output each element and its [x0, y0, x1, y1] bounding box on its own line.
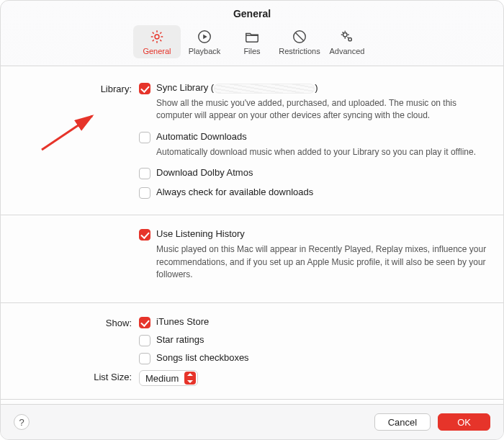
- ok-button[interactable]: OK: [438, 413, 490, 431]
- auto-downloads-desc: Automatically download music when added …: [156, 146, 487, 158]
- folder-icon: [244, 29, 260, 45]
- auto-downloads-row: Automatic Downloads: [139, 131, 487, 143]
- preferences-window: General General Playback Files Restricti…: [0, 0, 504, 440]
- dolby-row: Download Dolby Atmos: [139, 167, 487, 179]
- svg-point-0: [155, 35, 159, 39]
- sync-library-label: Sync Library (): [156, 82, 318, 94]
- auto-downloads-label: Automatic Downloads: [156, 131, 247, 142]
- gear-icon: [149, 29, 165, 45]
- listening-history-label: Use Listening History: [156, 228, 245, 239]
- divider: [1, 399, 503, 400]
- check-downloads-row: Always check for available downloads: [139, 187, 487, 199]
- list-size-select[interactable]: Medium: [139, 370, 198, 386]
- list-size-label: List Size:: [17, 370, 139, 386]
- tab-files[interactable]: Files: [228, 25, 276, 58]
- show-itunes-label: iTunes Store: [156, 316, 209, 327]
- cancel-button[interactable]: Cancel: [374, 413, 431, 431]
- check-downloads-label: Always check for available downloads: [156, 187, 313, 197]
- dolby-checkbox[interactable]: [139, 168, 150, 179]
- help-icon: ?: [19, 417, 24, 428]
- listening-history-section: Use Listening History Music played on th…: [17, 223, 487, 295]
- help-button[interactable]: ?: [14, 414, 30, 430]
- account-redacted: [214, 84, 315, 94]
- general-pane: Library: Sync Library () Show all the mu…: [1, 66, 503, 404]
- sync-library-desc: Show all the music you've added, purchas…: [156, 97, 487, 122]
- tab-label: Playback: [189, 47, 221, 55]
- show-songs-checkboxes-row: Songs list checkboxes: [139, 352, 487, 364]
- play-circle-icon: [197, 29, 212, 45]
- sync-library-row: Sync Library (): [139, 82, 487, 94]
- footer: ? Cancel OK: [1, 404, 503, 439]
- gears-icon: [339, 29, 355, 45]
- sync-library-checkbox[interactable]: [139, 83, 150, 94]
- sync-library-title: Sync Library (: [156, 82, 214, 93]
- tab-label: General: [143, 47, 171, 55]
- tab-playback[interactable]: Playback: [181, 25, 228, 58]
- check-downloads-checkbox[interactable]: [139, 187, 150, 199]
- tab-restrictions[interactable]: Restrictions: [276, 25, 323, 58]
- auto-downloads-checkbox[interactable]: [139, 132, 150, 143]
- dolby-label: Download Dolby Atmos: [156, 167, 253, 178]
- cancel-label: Cancel: [388, 417, 417, 428]
- listening-history-row: Use Listening History: [139, 228, 487, 241]
- svg-point-3: [343, 33, 348, 37]
- show-star-row: Star ratings: [139, 334, 487, 346]
- show-star-checkbox[interactable]: [139, 335, 150, 346]
- divider: [1, 302, 503, 303]
- show-itunes-row: iTunes Store: [139, 316, 487, 328]
- divider: [1, 215, 503, 215]
- sync-library-title-end: ): [315, 82, 318, 93]
- tab-label: Files: [243, 47, 260, 55]
- list-size-section: List Size: Medium: [17, 369, 487, 392]
- library-section: Library: Sync Library () Show all the mu…: [17, 76, 487, 207]
- show-itunes-checkbox[interactable]: [139, 317, 150, 328]
- toolbar-tabs: General Playback Files Restrictions Adva…: [1, 22, 503, 66]
- tab-label: Advanced: [330, 47, 365, 55]
- no-symbol-icon: [292, 29, 307, 45]
- show-songs-checkboxes-label: Songs list checkboxes: [156, 352, 249, 363]
- tab-label: Restrictions: [279, 47, 320, 55]
- tab-general[interactable]: General: [133, 25, 181, 58]
- listening-history-checkbox[interactable]: [139, 229, 150, 241]
- tab-advanced[interactable]: Advanced: [323, 25, 371, 58]
- show-songs-checkboxes-checkbox[interactable]: [139, 353, 150, 364]
- list-size-value: Medium: [145, 373, 179, 384]
- svg-point-4: [348, 37, 351, 40]
- show-label: Show:: [17, 316, 139, 367]
- ok-label: OK: [457, 417, 471, 428]
- listening-history-desc: Music played on this Mac will appear in …: [156, 243, 487, 281]
- show-star-label: Star ratings: [156, 334, 204, 345]
- stepper-icon: [184, 372, 196, 385]
- show-section: Show: iTunes Store Star ratings Songs li…: [17, 310, 487, 369]
- library-label: Library:: [17, 82, 139, 202]
- window-title: General: [1, 1, 503, 22]
